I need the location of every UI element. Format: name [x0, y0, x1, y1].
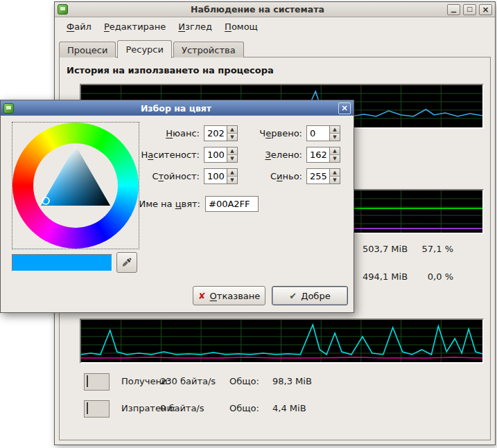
received-color-swatch-button[interactable]	[84, 373, 110, 391]
swap-percent: 0,0 %	[401, 271, 453, 282]
value-label: Стойност:	[125, 168, 200, 184]
menu-help[interactable]: Помощ	[218, 19, 264, 34]
blue-spin-down-icon[interactable]: ▼	[330, 176, 340, 183]
eyedropper-button[interactable]	[116, 252, 137, 273]
sent-color-swatch-button[interactable]	[84, 400, 110, 418]
blue-spinbutton: ▲ ▼	[306, 168, 340, 184]
saturation-spin-arrows: ▲ ▼	[227, 147, 237, 162]
blue-input[interactable]	[307, 169, 329, 183]
sent-rate: 0 байта/s	[160, 403, 204, 413]
cancel-x-icon: ✘	[198, 292, 206, 301]
hue-spin-up-icon[interactable]: ▲	[227, 126, 237, 133]
minimize-button[interactable]: ▁	[447, 4, 460, 15]
hue-input[interactable]	[204, 126, 227, 141]
network-history-chart	[80, 319, 484, 364]
notebook-tabs: Процеси Ресурси Устройства	[59, 39, 245, 57]
maximize-button[interactable]: □	[463, 4, 476, 15]
red-input[interactable]	[307, 126, 329, 141]
desktop: Наблюдение на системата ▁ □ × Файл Редак…	[0, 0, 497, 448]
color-name-label: Име на цвят:	[125, 196, 200, 212]
system-monitor-app-icon	[58, 4, 68, 15]
sent-total-label: Общо:	[229, 403, 259, 413]
tab-processes[interactable]: Процеси	[59, 42, 116, 57]
received-rate: 230 байта/s	[160, 376, 216, 386]
main-titlebar[interactable]: Наблюдение на системата ▁ □ ×	[55, 2, 495, 17]
dialog-titlebar[interactable]: Избор на цвят ×	[1, 100, 354, 116]
dialog-title: Избор на цвят	[17, 103, 335, 114]
blue-spin-up-icon[interactable]: ▲	[330, 169, 340, 176]
dialog-app-icon	[3, 103, 14, 114]
green-input[interactable]	[307, 147, 329, 162]
cancel-button[interactable]: ✘ Отказване	[193, 286, 265, 305]
menu-view[interactable]: Изглед	[172, 19, 218, 34]
sent-total: 4,4 MiB	[272, 403, 306, 413]
saturation-spin-down-icon[interactable]: ▼	[227, 154, 237, 162]
legend-received-row: Получени: 230 байта/s Общо: 98,3 MiB	[84, 373, 479, 391]
network-sent-line	[81, 357, 482, 358]
color-preview	[12, 254, 112, 271]
red-spin-down-icon[interactable]: ▼	[330, 133, 340, 141]
menu-edit[interactable]: Редактиране	[98, 19, 172, 34]
tab-resources[interactable]: Ресурси	[117, 40, 172, 58]
green-spin-arrows: ▲ ▼	[329, 147, 340, 162]
hsv-triangle[interactable]	[12, 123, 139, 249]
received-total-label: Общо:	[229, 376, 259, 386]
value-spin-up-icon[interactable]: ▲	[227, 169, 237, 176]
hue-wheel[interactable]	[12, 122, 139, 249]
received-total: 98,3 MiB	[272, 376, 312, 386]
hue-spinbutton: ▲ ▼	[204, 125, 238, 141]
received-color-swatch	[87, 375, 88, 387]
blue-spin-arrows: ▲ ▼	[329, 169, 340, 183]
hue-label: Нюанс:	[125, 125, 200, 141]
menubar: Файл Редактиране Изглед Помощ	[55, 17, 495, 35]
green-spinbutton: ▲ ▼	[306, 147, 340, 163]
sent-color-swatch	[87, 402, 88, 414]
red-spin-arrows: ▲ ▼	[329, 126, 340, 141]
close-button[interactable]: ×	[479, 4, 492, 15]
green-label: Зелено:	[240, 147, 302, 163]
green-spin-down-icon[interactable]: ▼	[330, 154, 340, 162]
menu-file[interactable]: Файл	[60, 19, 98, 34]
tab-devices[interactable]: Устройства	[173, 42, 244, 57]
cancel-button-label: Отказване	[210, 291, 261, 301]
legend-sent-row: Изпратени: 0 байта/s Общо: 4,4 MiB	[84, 400, 479, 418]
main-window-title: Наблюдение на системата	[71, 4, 444, 15]
saturation-spin-up-icon[interactable]: ▲	[227, 147, 237, 154]
dialog-close-button[interactable]: ×	[338, 102, 351, 114]
green-spin-up-icon[interactable]: ▲	[330, 147, 340, 154]
color-picker-dialog: Избор на цвят × Нюан	[0, 100, 354, 313]
value-spin-arrows: ▲ ▼	[227, 169, 237, 183]
ok-button[interactable]: ✔ Добре	[272, 286, 348, 305]
saturation-spinbutton: ▲ ▼	[204, 147, 238, 163]
red-spinbutton: ▲ ▼	[306, 125, 340, 141]
value-spin-down-icon[interactable]: ▼	[227, 176, 237, 183]
eyedropper-icon	[121, 257, 132, 268]
network-received-line	[81, 325, 482, 355]
network-chart-canvas	[81, 320, 482, 362]
value-input[interactable]	[204, 169, 227, 183]
cpu-history-heading: История на използването на процесора	[67, 65, 274, 75]
value-spinbutton: ▲ ▼	[204, 168, 238, 184]
hue-spin-arrows: ▲ ▼	[227, 126, 237, 141]
color-name-input[interactable]	[205, 196, 259, 212]
saturation-input[interactable]	[204, 147, 227, 162]
blue-label: Синьо:	[240, 168, 302, 184]
ok-button-label: Добре	[301, 291, 330, 301]
red-label: Червено:	[240, 125, 302, 141]
ok-check-icon: ✔	[289, 292, 297, 301]
red-spin-up-icon[interactable]: ▲	[330, 126, 340, 133]
memory-percent: 57,1 %	[401, 244, 453, 254]
hue-spin-down-icon[interactable]: ▼	[227, 133, 237, 141]
saturation-label: Наситеност:	[125, 147, 200, 163]
